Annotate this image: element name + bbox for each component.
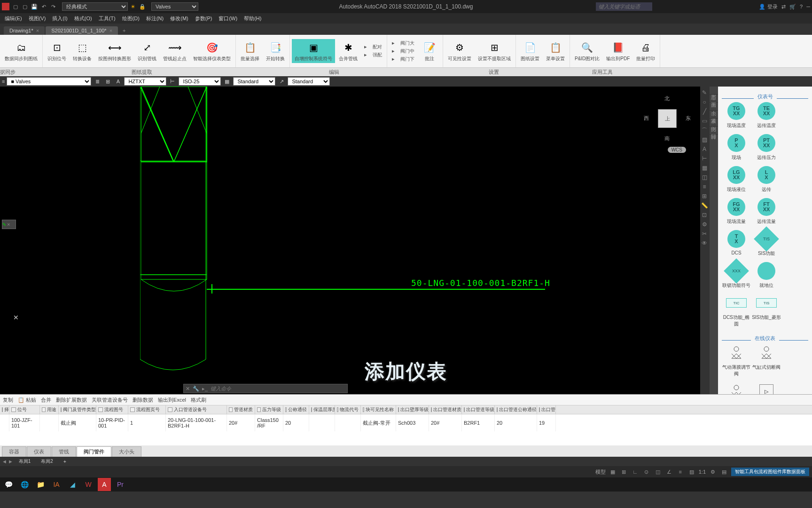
taskbar-premiere-icon[interactable]: Pr: [114, 478, 127, 491]
table-cell[interactable]: B2RF1: [462, 414, 495, 431]
column-header[interactable]: 入口管道设备号: [166, 405, 227, 414]
table-cell[interactable]: Sch003: [396, 414, 429, 431]
data-tab[interactable]: 大小头: [112, 446, 141, 457]
grid-toolbar-button[interactable]: 复制: [3, 397, 13, 404]
tool-view-icon[interactable]: 👁: [700, 239, 709, 247]
ribbon-button[interactable]: 🖨批量打印: [633, 39, 658, 63]
ribbon-small-button[interactable]: ▸配对: [362, 43, 384, 51]
table-cell[interactable]: 截止阀: [59, 414, 96, 431]
ribbon-button[interactable]: ⟷按图例转换图形: [95, 39, 134, 63]
tool-block-icon[interactable]: ◫: [700, 173, 709, 182]
menu-item[interactable]: 帮助(H): [241, 14, 264, 23]
dim-icon[interactable]: ⊢: [168, 77, 177, 86]
grid-toggle-icon[interactable]: ▦: [609, 468, 617, 476]
ribbon-button[interactable]: ⚙可见性设置: [445, 39, 474, 63]
layout-tab[interactable]: 布局2: [36, 457, 58, 466]
palette-item[interactable]: 气缸式切断阀: [752, 342, 781, 377]
osnap-toggle-icon[interactable]: ◫: [654, 468, 662, 476]
palette-item[interactable]: FTXX远传流量: [752, 197, 781, 225]
palette-item[interactable]: TEXX远传温度: [752, 101, 781, 129]
text-icon[interactable]: A: [114, 77, 122, 86]
ribbon-button[interactable]: ⟿管线起止点: [160, 39, 189, 63]
ribbon-small-button[interactable]: ▸阀门下: [390, 56, 416, 63]
scale-display[interactable]: 1:1: [699, 469, 706, 475]
doc-tab[interactable]: Drawing1*×: [4, 26, 45, 35]
textstyle-select[interactable]: HZTXT: [124, 77, 166, 86]
palette-item[interactable]: ▷涡街流量计: [752, 381, 781, 394]
table-row[interactable]: 100-JZF-101截止阀10-PR-PID-001120-LNG-01-10…: [0, 414, 812, 431]
tool-dim-icon[interactable]: ⊢: [700, 154, 709, 163]
tool-table-icon[interactable]: ▦: [700, 164, 709, 172]
table-cell[interactable]: 1: [128, 414, 166, 431]
column-header[interactable]: 流程图号: [96, 405, 128, 414]
column-header[interactable]: 出口管道等级: [462, 405, 495, 414]
table-cell[interactable]: Class150 /RF: [255, 414, 283, 431]
command-input[interactable]: [211, 386, 345, 391]
palette-item[interactable]: LX远传: [752, 165, 781, 193]
table-cell[interactable]: 20: [495, 414, 537, 431]
table-cell[interactable]: 100-JZF-101: [9, 414, 40, 431]
cmd-close-icon[interactable]: ✕: [186, 386, 190, 392]
table-cell[interactable]: 19: [537, 414, 556, 431]
cmd-wrench-icon[interactable]: 🔧: [193, 386, 199, 392]
transparency-icon[interactable]: ▨: [687, 468, 696, 476]
ribbon-button[interactable]: ⊡识别位号: [45, 39, 69, 63]
column-header[interactable]: 公称通径: [283, 405, 309, 414]
tool-line-icon[interactable]: ╱: [700, 107, 709, 116]
palette-item[interactable]: XXX联锁功能符号: [722, 261, 751, 289]
column-header[interactable]: 位号: [9, 405, 40, 414]
drawing-canvas[interactable]: 50-LNG-01-100-001-B2RF1-H ✎× ✕ 北 南 东 西 上…: [0, 87, 700, 394]
qat-lock-icon[interactable]: 🔒: [138, 2, 147, 11]
data-tab[interactable]: 阀门管件: [77, 446, 111, 457]
polar-toggle-icon[interactable]: ⊙: [642, 468, 651, 476]
column-header[interactable]: 管道材质: [227, 405, 255, 414]
model-space-button[interactable]: 模型: [595, 468, 606, 476]
layer-select-top[interactable]: Valves: [151, 2, 198, 11]
qat-redo-icon[interactable]: ↷: [49, 2, 57, 11]
column-header[interactable]: 出口壁厚等级: [396, 405, 429, 414]
ribbon-button[interactable]: 📄图纸设置: [518, 39, 542, 63]
tool-layer-icon[interactable]: ≡: [700, 183, 709, 191]
column-header[interactable]: 择: [0, 405, 9, 414]
column-header[interactable]: 块可见性名称: [361, 405, 396, 414]
tool-rect-icon[interactable]: ▭: [700, 117, 709, 125]
model-tab-arrow-icon[interactable]: ►: [8, 459, 13, 464]
ribbon-button[interactable]: 📋菜单设置: [543, 39, 568, 63]
lineweight-icon[interactable]: ≡: [676, 468, 685, 476]
column-header[interactable]: 保温层厚度: [309, 405, 335, 414]
dimstyle-select[interactable]: ISO-25: [179, 77, 221, 86]
qat-open-icon[interactable]: ▢: [21, 2, 29, 11]
palette-item[interactable]: PX现场: [722, 133, 751, 161]
add-layout-tab[interactable]: +: [59, 458, 71, 465]
table-cell[interactable]: 10-PR-PID-001: [96, 414, 128, 431]
ribbon-small-button[interactable]: ▸阀门中: [390, 48, 416, 55]
doc-tab[interactable]: S2021001D_01_1_100*×: [46, 26, 118, 35]
palette-vert-tab[interactable]: 回转: [710, 127, 718, 135]
ribbon-button[interactable]: 📝批注: [418, 39, 441, 63]
palette-item[interactable]: PTXX远传压力: [752, 133, 781, 161]
tool-arc-icon[interactable]: ⌒: [700, 126, 709, 135]
table-cell[interactable]: [309, 414, 335, 431]
palette-item[interactable]: 就地位: [752, 261, 781, 289]
ribbon-small-button[interactable]: ▸强配: [362, 51, 384, 59]
tool-utility-icon[interactable]: ⚙: [700, 220, 709, 229]
qat-sun-icon[interactable]: ☀: [129, 2, 137, 11]
mleader-icon[interactable]: ↗: [277, 77, 286, 86]
close-icon[interactable]: ×: [36, 28, 39, 33]
tool-prop-icon[interactable]: ⊞: [700, 192, 709, 200]
ribbon-button[interactable]: 🔍P&ID图对比: [572, 39, 602, 63]
close-icon[interactable]: ×: [109, 28, 112, 33]
ribbon-button[interactable]: ⊞设置不提取区域: [475, 39, 514, 63]
column-header[interactable]: 阀门及管件类型: [59, 405, 96, 414]
taskbar-autocad-icon[interactable]: A: [98, 478, 111, 491]
palette-item[interactable]: TISSIS功能_菱形: [752, 293, 781, 327]
table-cell[interactable]: 截止阀-常开: [361, 414, 396, 431]
workspace-select[interactable]: 经典模式: [62, 2, 128, 11]
wcs-badge[interactable]: WCS: [668, 147, 686, 153]
menu-item[interactable]: 绘图(D): [119, 14, 142, 23]
tablestyle-select[interactable]: Standard: [233, 77, 275, 86]
ortho-toggle-icon[interactable]: ∟: [631, 468, 640, 476]
table-cell[interactable]: [40, 414, 59, 431]
column-header[interactable]: 用途: [40, 405, 59, 414]
ribbon-button[interactable]: 📑开始转换: [263, 39, 288, 63]
